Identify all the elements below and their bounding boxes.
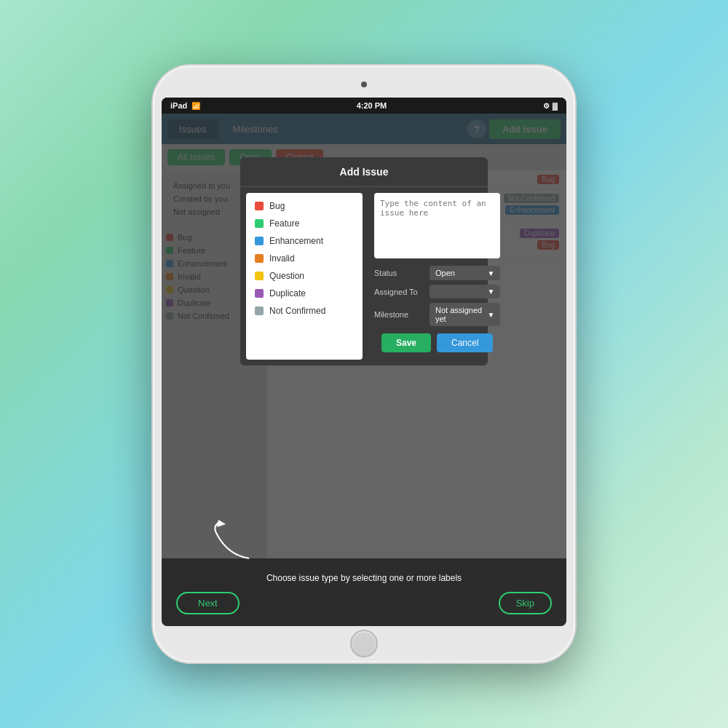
tutorial-bottom: Next <box>176 592 552 614</box>
wifi-icon: 📶 <box>191 102 200 110</box>
ipad-top-bar <box>162 74 566 95</box>
modal-label-feature[interactable]: Feature <box>246 215 363 232</box>
skip-button[interactable]: Skip <box>499 592 552 614</box>
label-swatch <box>255 272 264 280</box>
modal-label-not-confirmed[interactable]: Not Confirmed <box>246 302 363 320</box>
modal-title: Add Issue <box>240 157 488 187</box>
label-swatch <box>255 306 264 315</box>
add-issue-modal: Add Issue Bug Feature Enhancement Invali… <box>240 157 488 365</box>
milestone-label: Milestone <box>374 310 427 319</box>
modal-overlay: Add Issue Bug Feature Enhancement Invali… <box>162 114 566 626</box>
assigned-to-label: Assigned To <box>374 288 427 296</box>
modal-body: Bug Feature Enhancement Invalid Question… <box>240 187 488 365</box>
modal-label-duplicate[interactable]: Duplicate <box>246 285 363 302</box>
form-row-milestone: Milestone Not assigned yet ▼ <box>374 303 500 326</box>
status-select[interactable]: Open ▼ <box>430 266 500 280</box>
label-swatch <box>255 202 264 210</box>
form-row-assigned: Assigned To ▼ <box>374 285 500 298</box>
tutorial-instruction: Choose issue type by selecting one or mo… <box>176 573 552 583</box>
ipad-screen: iPad 📶 4:20 PM ⚙ ▓ Issues Milestones <box>162 98 566 626</box>
app-content: Issues Milestones ? Add Issue All Issues <box>162 114 566 626</box>
status-arrow: ▼ <box>487 269 494 277</box>
modal-label-options: Bug Feature Enhancement Invalid Question… <box>246 197 363 320</box>
form-row-status: Status Open ▼ <box>374 266 500 280</box>
settings-icon: ⚙ <box>543 102 550 110</box>
cancel-button[interactable]: Cancel <box>437 333 493 352</box>
modal-label-invalid[interactable]: Invalid <box>246 250 363 267</box>
label-swatch <box>255 219 264 228</box>
ipad-home-bar <box>162 629 566 658</box>
label-swatch <box>255 289 264 298</box>
tutorial-overlay: Choose issue type by selecting one or mo… <box>162 558 566 626</box>
label-swatch <box>255 237 264 245</box>
ipad-camera <box>361 82 367 87</box>
assigned-arrow: ▼ <box>487 288 494 296</box>
milestone-arrow: ▼ <box>487 311 494 319</box>
modal-label-question[interactable]: Question <box>246 267 363 285</box>
home-button[interactable] <box>350 630 378 657</box>
save-button[interactable]: Save <box>381 333 431 352</box>
status-bar: iPad 📶 4:20 PM ⚙ ▓ <box>162 98 566 114</box>
time-display: 4:20 PM <box>357 101 387 110</box>
issue-form: Status Open ▼ Assigned To ▼ <box>368 187 506 365</box>
label-swatch <box>255 254 264 263</box>
svg-marker-0 <box>217 520 226 527</box>
ipad-frame: iPad 📶 4:20 PM ⚙ ▓ Issues Milestones <box>153 66 575 662</box>
issue-textarea[interactable] <box>374 193 500 258</box>
milestone-select[interactable]: Not assigned yet ▼ <box>430 303 500 326</box>
next-button[interactable]: Next <box>176 592 240 614</box>
assigned-to-select[interactable]: ▼ <box>430 285 500 298</box>
modal-label-enhancement[interactable]: Enhancement <box>246 232 363 250</box>
modal-label-bug[interactable]: Bug <box>246 197 363 215</box>
labels-panel: Bug Feature Enhancement Invalid Question… <box>246 193 363 360</box>
carrier-label: iPad <box>170 101 187 110</box>
battery-icon: ▓ <box>553 102 558 110</box>
modal-actions: Save Cancel <box>374 326 500 360</box>
status-label: Status <box>374 269 427 277</box>
tutorial-arrow <box>205 518 264 565</box>
